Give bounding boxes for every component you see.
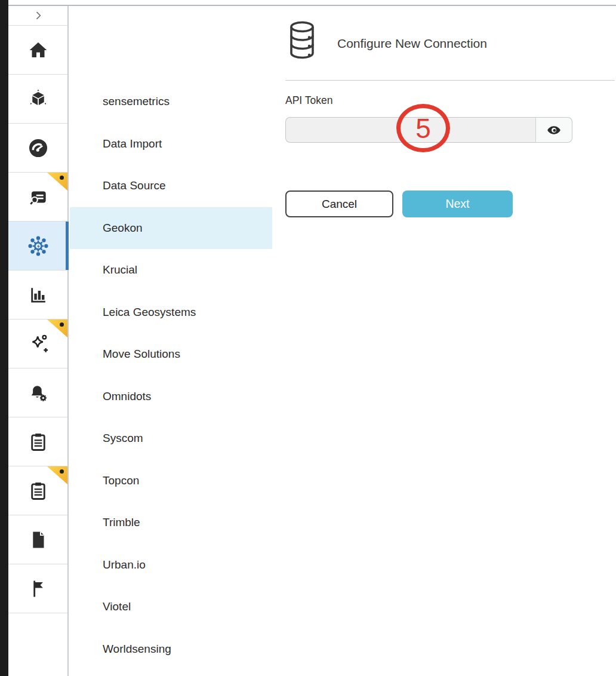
sidebar-item-ai-assistant[interactable]	[8, 319, 67, 368]
list-item-krucial[interactable]: Krucial	[70, 249, 272, 291]
sidebar-item-reports-alt[interactable]	[8, 466, 67, 515]
document-icon	[27, 528, 50, 551]
list-item-topcon[interactable]: Topcon	[70, 460, 272, 502]
sidebar-item-3d-model[interactable]	[8, 75, 67, 124]
gauge-icon	[27, 137, 50, 159]
list-item-leica-geosystems[interactable]: Leica Geosystems	[70, 291, 272, 334]
list-item-geokon[interactable]: Geokon	[70, 207, 272, 250]
sidebar-item-data-search[interactable]	[8, 173, 67, 222]
flag-icon	[27, 577, 50, 600]
sidebar-item-home[interactable]	[8, 26, 67, 75]
sidebar-item-alert-settings[interactable]	[8, 368, 67, 417]
api-token-input[interactable]	[285, 117, 535, 143]
sidebar-item-charts[interactable]	[8, 271, 67, 319]
notification-badge	[47, 173, 67, 190]
list-item-viotel[interactable]: Viotel	[70, 586, 272, 628]
sidebar-item-reports[interactable]	[8, 417, 67, 466]
chevron-right-icon	[32, 10, 44, 21]
next-button[interactable]: Next	[402, 190, 513, 217]
clipboard-icon	[27, 431, 50, 453]
sidebar-item-flags[interactable]	[8, 564, 67, 613]
notification-badge	[47, 466, 67, 484]
list-item-data-import[interactable]: Data Import	[70, 123, 272, 165]
cancel-button[interactable]: Cancel	[285, 190, 393, 217]
list-item-data-source[interactable]: Data Source	[70, 165, 272, 207]
3d-cube-icon	[27, 88, 49, 110]
api-token-label: API Token	[285, 94, 332, 107]
list-item-urban-io[interactable]: Urban.io	[70, 544, 272, 586]
connections-hub-icon	[26, 234, 50, 258]
list-item-omnidots[interactable]: Omnidots	[70, 376, 272, 418]
list-item-worldsensing[interactable]: Worldsensing	[70, 628, 272, 671]
eye-icon	[546, 122, 562, 138]
home-icon	[27, 39, 49, 61]
list-item-syscom[interactable]: Syscom	[70, 417, 272, 460]
toggle-visibility-button[interactable]	[535, 117, 572, 143]
data-search-icon	[27, 186, 50, 208]
sparkle-plus-icon	[26, 332, 50, 356]
sidebar-item-connections[interactable]	[8, 222, 67, 271]
header-divider	[285, 80, 615, 81]
notification-badge-dot	[60, 322, 64, 327]
sidebar-item-documents[interactable]	[8, 515, 67, 564]
form-actions: Cancel Next	[285, 190, 513, 217]
connection-type-list: sensemetrics Data Import Data Source Geo…	[70, 81, 272, 670]
sidebar-collapse-button[interactable]	[8, 6, 67, 26]
selected-indicator	[66, 222, 69, 270]
page-title: Configure New Connection	[337, 36, 487, 51]
list-item-move-solutions[interactable]: Move Solutions	[70, 333, 272, 376]
bar-chart-icon	[27, 284, 50, 306]
notification-badge-dot	[60, 176, 64, 180]
clipboard-icon	[27, 480, 50, 502]
bell-gear-icon	[27, 382, 50, 404]
top-divider	[8, 5, 616, 6]
list-item-trimble[interactable]: Trimble	[70, 502, 272, 544]
sidebar-item-dashboard[interactable]	[8, 124, 67, 173]
list-item-sensemetrics[interactable]: sensemetrics	[70, 81, 272, 123]
left-rail	[0, 0, 8, 676]
icon-sidebar	[8, 6, 69, 676]
notification-badge-dot	[60, 469, 64, 474]
api-token-control	[285, 117, 572, 143]
notification-badge	[47, 319, 67, 337]
database-icon	[285, 20, 319, 60]
